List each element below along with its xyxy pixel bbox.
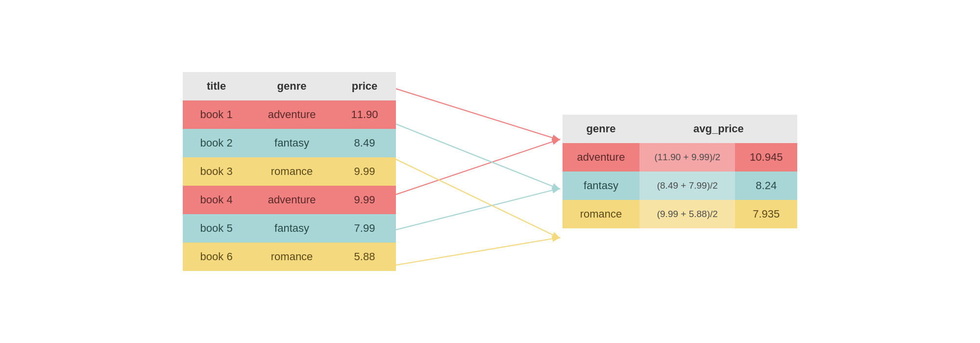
main-container: title genre price book 1adventure11.90bo… <box>0 0 980 343</box>
svg-line-2 <box>396 124 559 189</box>
left-cell-title: book 3 <box>183 157 250 186</box>
col-price: price <box>334 72 396 100</box>
left-cell-genre: fantasy <box>250 129 334 157</box>
left-cell-title: book 6 <box>183 243 250 271</box>
left-cell-genre: romance <box>250 157 334 186</box>
right-cell-formula: (11.90 + 9.99)/2 <box>639 143 735 172</box>
left-table-wrapper: title genre price book 1adventure11.90bo… <box>183 72 396 271</box>
left-cell-price: 9.99 <box>334 157 396 186</box>
right-cell-genre: fantasy <box>563 172 640 200</box>
right-cell-result: 7.935 <box>735 200 797 228</box>
right-table-wrapper: genre avg_price adventure(11.90 + 9.99)/… <box>563 115 798 228</box>
svg-line-3 <box>396 189 559 230</box>
left-table-row: book 6romance5.88 <box>183 243 396 271</box>
left-cell-price: 8.49 <box>334 129 396 157</box>
left-cell-price: 7.99 <box>334 214 396 243</box>
left-cell-price: 5.88 <box>334 243 396 271</box>
right-cell-formula: (9.99 + 5.88)/2 <box>639 200 735 228</box>
left-cell-title: book 2 <box>183 129 250 157</box>
col-title: title <box>183 72 250 100</box>
arrow-area <box>396 44 563 299</box>
left-cell-genre: romance <box>250 243 334 271</box>
left-table-row: book 4adventure9.99 <box>183 186 396 214</box>
svg-line-0 <box>396 89 559 140</box>
right-cell-formula: (8.49 + 7.99)/2 <box>639 172 735 200</box>
right-cell-result: 10.945 <box>735 143 797 172</box>
right-table: genre avg_price adventure(11.90 + 9.99)/… <box>563 115 798 228</box>
svg-line-5 <box>396 238 559 265</box>
left-cell-genre: adventure <box>250 186 334 214</box>
right-col-avg-price: avg_price <box>639 115 797 143</box>
svg-line-4 <box>396 159 559 238</box>
right-col-genre: genre <box>563 115 640 143</box>
left-cell-title: book 4 <box>183 186 250 214</box>
left-cell-price: 9.99 <box>334 186 396 214</box>
col-genre: genre <box>250 72 334 100</box>
left-table: title genre price book 1adventure11.90bo… <box>183 72 396 271</box>
right-cell-genre: adventure <box>563 143 640 172</box>
right-cell-genre: romance <box>563 200 640 228</box>
left-cell-title: book 5 <box>183 214 250 243</box>
left-cell-title: book 1 <box>183 100 250 129</box>
arrows-svg <box>396 44 563 299</box>
right-table-row: adventure(11.90 + 9.99)/210.945 <box>563 143 798 172</box>
left-table-row: book 3romance9.99 <box>183 157 396 186</box>
svg-line-1 <box>396 140 559 195</box>
left-table-row: book 2fantasy8.49 <box>183 129 396 157</box>
right-table-row: romance(9.99 + 5.88)/27.935 <box>563 200 798 228</box>
left-table-row: book 5fantasy7.99 <box>183 214 396 243</box>
left-cell-genre: adventure <box>250 100 334 129</box>
left-cell-price: 11.90 <box>334 100 396 129</box>
left-table-row: book 1adventure11.90 <box>183 100 396 129</box>
left-cell-genre: fantasy <box>250 214 334 243</box>
right-cell-result: 8.24 <box>735 172 797 200</box>
right-table-row: fantasy(8.49 + 7.99)/28.24 <box>563 172 798 200</box>
